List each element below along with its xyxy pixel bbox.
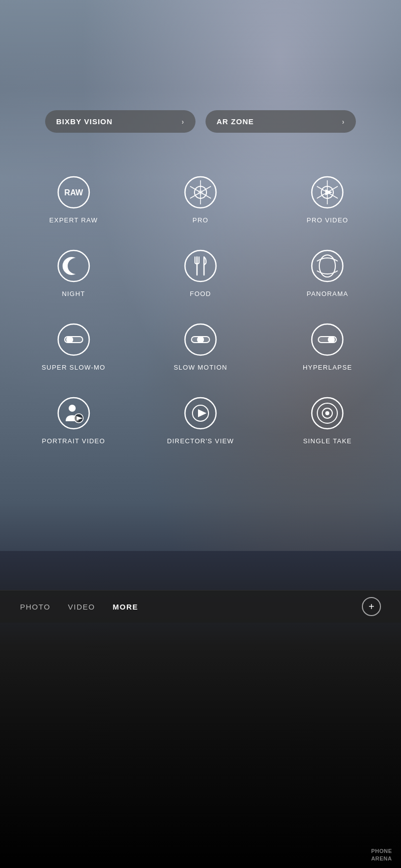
directors-view-label: DIRECTOR'S VIEW [167,437,234,445]
mode-expert-raw[interactable]: RAW EXPERT RAW [10,163,137,236]
mode-pro[interactable]: PRO [137,163,264,236]
mode-food[interactable]: FOOD [137,236,264,310]
svg-point-7 [198,190,203,195]
pro-video-label: PRO VIDEO [307,216,348,224]
mode-night[interactable]: NIGHT [10,236,137,310]
mode-pro-video[interactable]: PRO VIDEO [264,163,391,236]
bixby-vision-chevron: › [181,118,184,126]
single-take-label: SINGLE TAKE [303,437,352,445]
mode-hyperlapse[interactable]: HYPERLAPSE [264,310,391,384]
camera-modes-grid: RAW EXPERT RAW PRO [0,158,401,462]
portrait-video-label: PORTRAIT VIDEO [42,437,105,445]
mode-super-slow-mo[interactable]: SUPER SLOW-MO [10,310,137,384]
top-area [0,0,401,110]
night-icon [57,249,91,283]
mode-single-take[interactable]: SINGLE TAKE [264,384,391,457]
mode-slow-motion[interactable]: SLOW MOTION [137,310,264,384]
quick-buttons-row: BIXBY VISION › AR ZONE › [0,110,401,133]
bixby-vision-button[interactable]: BIXBY VISION › [45,110,195,133]
svg-point-39 [325,411,329,415]
super-slow-mo-label: SUPER SLOW-MO [42,364,105,371]
expert-raw-icon: RAW [57,175,91,209]
svg-point-25 [197,336,204,343]
slow-motion-label: SLOW MOTION [173,364,227,371]
pro-label: PRO [192,216,209,224]
svg-point-15 [185,250,216,281]
mode-portrait-video[interactable]: PORTRAIT VIDEO [10,384,137,457]
ar-zone-chevron: › [342,118,345,126]
food-label: FOOD [190,290,211,298]
hyperlapse-icon [310,323,344,357]
svg-point-29 [58,398,89,429]
pro-video-icon [310,175,344,209]
portrait-video-icon [57,396,91,430]
expert-raw-label: EXPERT RAW [49,216,98,224]
svg-marker-35 [198,409,207,417]
mode-panorama[interactable]: PANORAMA [264,236,391,310]
ar-zone-label: AR ZONE [217,117,254,126]
svg-point-30 [69,405,76,412]
bixby-vision-label: BIXBY VISION [56,117,113,126]
mode-directors-view[interactable]: DIRECTOR'S VIEW [137,384,264,457]
svg-point-28 [328,336,335,343]
pro-icon [183,175,218,209]
svg-text:RAW: RAW [64,188,83,197]
food-icon [183,249,218,283]
slow-motion-icon [183,323,218,357]
night-label: NIGHT [62,290,85,298]
super-slow-mo-icon [57,323,91,357]
single-take-icon [310,396,344,430]
panorama-label: PANORAMA [307,290,348,298]
panorama-icon [310,249,344,283]
directors-view-icon [183,396,218,430]
svg-point-22 [66,336,73,343]
hyperlapse-label: HYPERLAPSE [303,364,352,371]
ar-zone-button[interactable]: AR ZONE › [206,110,356,133]
